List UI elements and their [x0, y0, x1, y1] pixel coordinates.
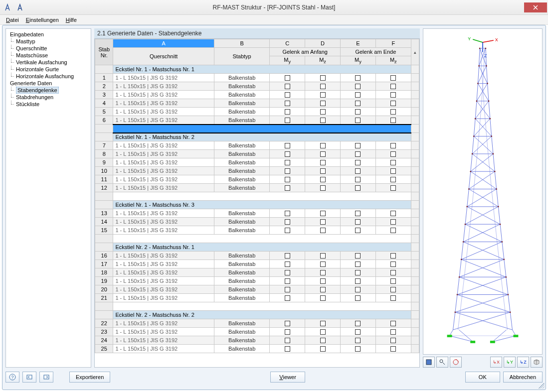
table-row[interactable]: 241 - L 150x15 | JIS G 3192Balkenstab [95, 336, 419, 345]
table-row[interactable]: 81 - L 150x15 | JIS G 3192Balkenstab [95, 150, 419, 158]
table-row[interactable]: 161 - L 150x15 | JIS G 3192Balkenstab [95, 252, 419, 260]
checkbox [355, 287, 361, 292]
table-row[interactable]: 111 - L 150x15 | JIS G 3192Balkenstab [95, 175, 419, 184]
tree-item[interactable]: Stabendgelenke [7, 87, 90, 94]
checkbox [285, 177, 290, 182]
svg-point-49 [468, 188, 470, 190]
col-C[interactable]: C [270, 39, 305, 48]
table-row[interactable]: 91 - L 150x15 | JIS G 3192Balkenstab [95, 158, 419, 167]
checkbox [320, 84, 326, 89]
viewer-canvas[interactable]: X Y Z [423, 28, 543, 355]
viewer-button[interactable]: Viewer [270, 372, 305, 383]
col-B[interactable]: B [214, 39, 269, 48]
checkbox [355, 346, 361, 352]
checkbox [320, 75, 326, 81]
svg-rect-94 [513, 335, 518, 337]
tree-item[interactable]: Stabdrehungen [7, 94, 90, 101]
svg-line-22 [477, 101, 490, 119]
checkbox [390, 261, 396, 267]
checkbox [390, 329, 396, 335]
table-row[interactable]: 21 - L 150x15 | JIS G 3192Balkenstab [95, 82, 419, 91]
tree-item[interactable]: Querschnitte [7, 45, 90, 52]
help-button[interactable]: ? [5, 372, 19, 383]
nav-tree[interactable]: Eingabedaten MasttypQuerschnitteMastschü… [5, 28, 91, 368]
checkbox [390, 109, 396, 115]
checkbox [390, 101, 396, 106]
menubar: Datei Einstellungen Hilfe [0, 15, 548, 25]
menu-settings[interactable]: Einstellungen [23, 16, 62, 24]
checkbox [390, 278, 396, 284]
table-row[interactable]: 11 - L 150x15 | JIS G 3192Balkenstab [95, 74, 419, 82]
tree-item[interactable]: Horizontale Gurte [7, 66, 90, 73]
checkbox [355, 261, 361, 267]
table-row[interactable]: 141 - L 150x15 | JIS G 3192Balkenstab [95, 218, 419, 226]
tree-item[interactable]: Masttyp [7, 38, 90, 45]
tree-item[interactable]: Stückliste [7, 101, 90, 108]
table-row[interactable]: 51 - L 150x15 | JIS G 3192Balkenstab [95, 108, 419, 116]
tree-group-input[interactable]: Eingabedaten [7, 31, 90, 38]
scrollbar[interactable]: ▴ [411, 39, 419, 65]
svg-point-14 [478, 65, 480, 67]
tb-btn-view-y[interactable]: ↳Y [504, 357, 516, 368]
checkbox [285, 228, 290, 233]
tree-item[interactable]: Mastschüsse [7, 52, 90, 59]
cancel-button[interactable]: Abbrechen [503, 372, 543, 383]
table-row[interactable]: 101 - L 150x15 | JIS G 3192Balkenstab [95, 167, 419, 175]
tb-btn-view-x[interactable]: ↳X [490, 357, 502, 368]
tb-btn-3[interactable] [450, 357, 462, 368]
close-button[interactable] [524, 2, 547, 12]
menu-help[interactable]: Hilfe [63, 16, 80, 24]
group-header: Eckstiel Nr. 1 - Mastschuss Nr. 3 [95, 201, 419, 209]
col-F[interactable]: F [375, 39, 411, 48]
col-E[interactable]: E [341, 39, 376, 48]
checkbox [320, 160, 326, 165]
col-D[interactable]: D [305, 39, 341, 48]
svg-point-98 [440, 360, 443, 363]
table-row[interactable]: 231 - L 150x15 | JIS G 3192Balkenstab [95, 328, 419, 336]
group-header: Eckstiel Nr. 2 - Mastschuss Nr. 2 [95, 311, 419, 319]
tb-btn-view-z[interactable]: ↳Z [517, 357, 529, 368]
table-row[interactable]: 31 - L 150x15 | JIS G 3192Balkenstab [95, 91, 419, 99]
checkbox [285, 329, 290, 335]
checkbox [390, 118, 396, 123]
grid[interactable]: Stab Nr. A B C D E F ▴ Querschn [94, 38, 420, 368]
ok-button[interactable]: OK [465, 372, 500, 383]
svg-rect-93 [447, 335, 452, 337]
nav-back-button[interactable] [22, 372, 36, 383]
menu-file[interactable]: Datei [3, 16, 22, 24]
table-row[interactable]: 61 - L 150x15 | JIS G 3192Balkenstab [95, 116, 419, 125]
checkbox [355, 151, 361, 157]
tb-btn-iso[interactable] [531, 357, 543, 368]
resize-grip[interactable] [539, 383, 545, 389]
tb-btn-2[interactable] [436, 357, 448, 368]
table-row[interactable]: 151 - L 150x15 | JIS G 3192Balkenstab [95, 226, 419, 235]
svg-point-25 [488, 101, 490, 102]
table-row[interactable]: 211 - L 150x15 | JIS G 3192Balkenstab [95, 294, 419, 302]
table-row[interactable]: 41 - L 150x15 | JIS G 3192Balkenstab [95, 99, 419, 108]
svg-point-55 [498, 206, 499, 208]
viewer-toolbar: ↳X ↳Y ↳Z [423, 355, 543, 368]
export-button[interactable]: Exportieren [69, 372, 110, 383]
checkbox [320, 253, 326, 259]
table-row[interactable]: 201 - L 150x15 | JIS G 3192Balkenstab [95, 285, 419, 294]
svg-point-19 [477, 83, 479, 84]
checkbox [355, 253, 361, 259]
table-row[interactable]: 181 - L 150x15 | JIS G 3192Balkenstab [95, 268, 419, 277]
selected-row[interactable] [95, 125, 419, 133]
table-row[interactable]: 191 - L 150x15 | JIS G 3192Balkenstab [95, 277, 419, 285]
col-A[interactable]: A [113, 39, 214, 48]
table-row[interactable]: 251 - L 150x15 | JIS G 3192Balkenstab [95, 345, 419, 353]
nav-forward-button[interactable] [39, 372, 53, 383]
table-row[interactable]: 131 - L 150x15 | JIS G 3192Balkenstab [95, 209, 419, 218]
table-row[interactable]: 221 - L 150x15 | JIS G 3192Balkenstab [95, 319, 419, 328]
checkbox [320, 261, 326, 267]
tree-item[interactable]: Horizontale Ausfachung [7, 73, 90, 80]
table-row[interactable]: 121 - L 150x15 | JIS G 3192Balkenstab [95, 184, 419, 192]
table-row[interactable]: 71 - L 150x15 | JIS G 3192Balkenstab [95, 141, 419, 150]
checkbox [320, 92, 326, 98]
table-row[interactable]: 171 - L 150x15 | JIS G 3192Balkenstab [95, 260, 419, 268]
tree-item[interactable]: Vertikale Ausfachung [7, 59, 90, 66]
tb-btn-1[interactable] [423, 357, 435, 368]
tree-group-generated[interactable]: Generierte Daten [7, 80, 90, 87]
checkbox [320, 118, 326, 123]
